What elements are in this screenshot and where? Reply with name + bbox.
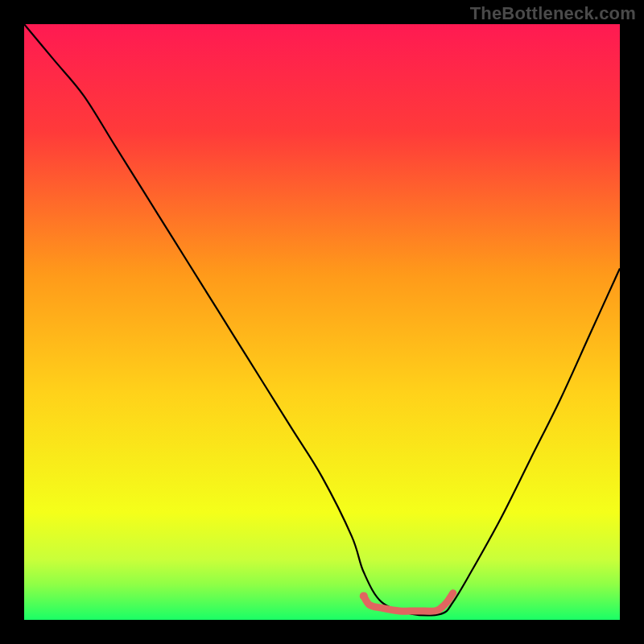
chart-svg (24, 24, 620, 620)
plot-area (24, 24, 620, 620)
gradient-background (24, 24, 620, 620)
chart-frame: TheBottleneck.com (0, 0, 644, 644)
optimal-start-dot (360, 592, 368, 600)
watermark-text: TheBottleneck.com (470, 3, 636, 24)
